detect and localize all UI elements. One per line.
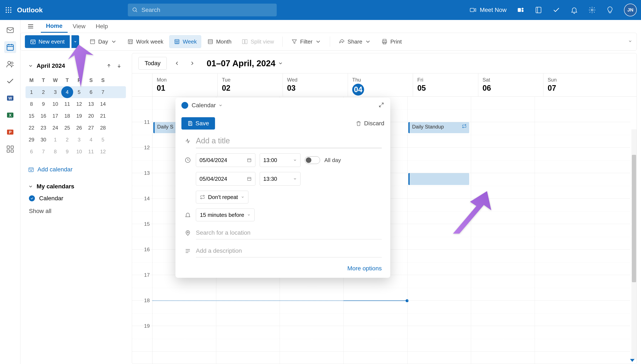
rail-calendar[interactable] <box>4 41 16 53</box>
start-date-input[interactable]: 05/04/2024 <box>196 153 255 167</box>
work-week-button[interactable]: Work week <box>123 35 168 48</box>
day-column[interactable] <box>535 97 630 364</box>
mini-cal-day[interactable]: 3 <box>73 134 85 146</box>
rail-excel[interactable]: X <box>4 109 16 121</box>
today-button[interactable]: Today <box>138 57 167 70</box>
mini-cal-day[interactable]: 1 <box>26 86 38 98</box>
calendar-selector[interactable]: Calendar <box>192 102 216 109</box>
mini-cal-day[interactable]: 8 <box>49 146 61 158</box>
search-box[interactable] <box>128 4 277 16</box>
title-input[interactable] <box>196 134 382 148</box>
expand-button[interactable] <box>378 102 384 109</box>
tab-view[interactable]: View <box>68 20 91 33</box>
mini-cal-day[interactable]: 10 <box>73 146 85 158</box>
mini-cal-day[interactable]: 19 <box>73 110 85 122</box>
mini-cal-day[interactable]: 28 <box>97 122 109 134</box>
scroll-down-button[interactable] <box>629 356 636 363</box>
save-button[interactable]: Save <box>181 117 215 130</box>
rail-todo[interactable] <box>4 75 16 87</box>
ribbon-chevron[interactable] <box>628 39 632 44</box>
filter-button[interactable]: Filter <box>287 35 326 48</box>
mini-cal-day[interactable]: 5 <box>73 86 85 98</box>
ai-compose-icon[interactable] <box>184 137 192 145</box>
mini-cal-day[interactable]: 3 <box>49 86 61 98</box>
rail-people[interactable] <box>4 58 16 70</box>
mini-cal-day[interactable]: 18 <box>61 110 73 122</box>
event-placeholder[interactable] <box>408 173 469 185</box>
mini-cal-day[interactable]: 30 <box>38 134 49 146</box>
mini-cal-day[interactable]: 13 <box>85 98 97 110</box>
mini-cal-day[interactable]: 6 <box>85 86 97 98</box>
settings-icon[interactable] <box>588 6 596 14</box>
rail-word[interactable]: W <box>4 92 16 104</box>
mini-cal-day[interactable]: 27 <box>85 122 97 134</box>
mini-cal-day[interactable]: 1 <box>49 134 61 146</box>
vertical-scrollbar[interactable] <box>631 129 636 360</box>
mini-cal-day[interactable]: 6 <box>26 146 38 158</box>
week-view-button[interactable]: Week <box>169 35 201 48</box>
notes-icon[interactable] <box>535 6 542 14</box>
mini-cal-day[interactable]: 9 <box>61 146 73 158</box>
meet-now-button[interactable]: Meet Now <box>470 6 507 14</box>
rail-powerpoint[interactable]: P <box>4 126 16 138</box>
mini-cal-day[interactable]: 2 <box>38 86 49 98</box>
tab-help[interactable]: Help <box>91 20 113 33</box>
mini-cal-day[interactable]: 26 <box>73 122 85 134</box>
mini-cal-day[interactable]: 16 <box>38 110 49 122</box>
tips-icon[interactable] <box>606 6 614 14</box>
print-button[interactable]: Print <box>377 35 406 48</box>
mini-calendar-prev[interactable] <box>105 62 113 70</box>
add-calendar-button[interactable]: Add calendar <box>28 166 123 173</box>
day-header[interactable]: Thu04 <box>348 74 413 96</box>
mini-cal-day[interactable]: 14 <box>97 98 109 110</box>
day-header[interactable]: Fri05 <box>413 74 478 96</box>
mini-cal-day[interactable]: 11 <box>61 98 73 110</box>
prev-week-button[interactable] <box>172 58 182 68</box>
chevron-down-icon[interactable] <box>28 63 33 68</box>
rail-more-apps[interactable] <box>4 143 16 155</box>
mini-cal-day[interactable]: 12 <box>73 98 85 110</box>
mini-cal-day[interactable]: 10 <box>49 98 61 110</box>
teams-icon[interactable] <box>517 6 524 14</box>
mini-cal-day[interactable]: 29 <box>26 134 38 146</box>
mini-cal-day[interactable]: 21 <box>97 110 109 122</box>
show-all-button[interactable]: Show all <box>28 208 123 214</box>
calendar-checkbox-item[interactable]: Calendar <box>28 195 123 202</box>
discard-button[interactable]: Discard <box>356 120 384 127</box>
mini-cal-day[interactable]: 9 <box>38 98 49 110</box>
mini-cal-day[interactable]: 5 <box>97 134 109 146</box>
location-input[interactable] <box>196 226 382 239</box>
more-options-button[interactable]: More options <box>184 262 382 272</box>
end-time-input[interactable]: 13:30 <box>260 172 301 186</box>
app-launcher-button[interactable] <box>4 6 13 14</box>
all-day-toggle[interactable] <box>305 156 320 164</box>
date-range-label[interactable]: 01–07 April, 2024 <box>207 58 283 68</box>
account-avatar[interactable]: JN <box>624 4 637 16</box>
mini-cal-day[interactable]: 23 <box>38 122 49 134</box>
search-input[interactable] <box>141 6 272 14</box>
mini-cal-day[interactable]: 4 <box>61 86 73 98</box>
mini-cal-day[interactable]: 12 <box>97 146 109 158</box>
nav-toggle-button[interactable] <box>25 20 37 32</box>
tab-home[interactable]: Home <box>41 20 68 33</box>
mini-cal-day[interactable]: 20 <box>85 110 97 122</box>
todo-icon[interactable] <box>553 6 560 14</box>
end-date-input[interactable]: 05/04/2024 <box>196 172 255 186</box>
day-header[interactable]: Sat06 <box>478 74 543 96</box>
day-header[interactable]: Sun07 <box>543 74 636 96</box>
mini-cal-day[interactable]: 11 <box>85 146 97 158</box>
day-header[interactable]: Mon01 <box>152 74 218 96</box>
chevron-down-icon[interactable] <box>219 103 223 108</box>
rail-mail[interactable] <box>4 24 16 36</box>
mini-cal-day[interactable]: 24 <box>49 122 61 134</box>
start-time-input[interactable]: 13:00 <box>260 153 301 167</box>
mini-cal-day[interactable]: 2 <box>61 134 73 146</box>
month-view-button[interactable]: Month <box>203 35 236 48</box>
mini-cal-day[interactable]: 17 <box>49 110 61 122</box>
my-calendars-section[interactable]: My calendars <box>28 183 123 190</box>
mini-cal-day[interactable]: 7 <box>38 146 49 158</box>
mini-cal-day[interactable]: 22 <box>26 122 38 134</box>
mini-cal-day[interactable]: 25 <box>61 122 73 134</box>
new-event-button[interactable]: New event <box>25 35 70 48</box>
share-button[interactable]: Share <box>334 35 375 48</box>
